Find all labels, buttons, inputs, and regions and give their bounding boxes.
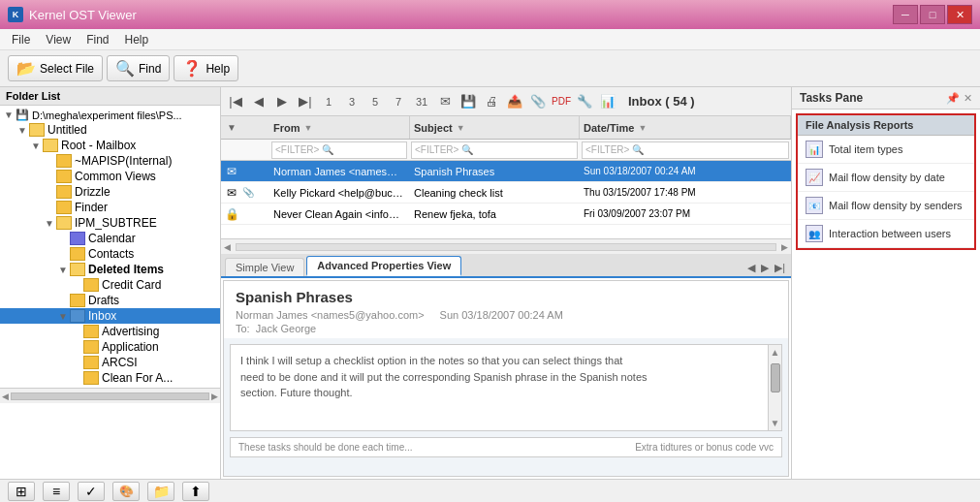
icon-btn-1[interactable]: 1 — [318, 91, 339, 112]
status-btn-5[interactable]: 📁 — [147, 482, 174, 501]
status-btn-6[interactable]: ⬆ — [182, 482, 209, 501]
maximize-button[interactable]: □ — [920, 5, 945, 24]
tasks-pin-btn[interactable]: 📌 — [946, 92, 960, 105]
icon-btn-3[interactable]: 5 — [364, 91, 386, 112]
status-btn-4[interactable]: 🎨 — [112, 482, 140, 501]
email-list-hscroll[interactable]: ◀ ▶ — [221, 238, 791, 254]
preview-scrollbar[interactable]: ▲ ▼ — [768, 345, 781, 430]
tasks-item-interaction[interactable]: 👥 Interaction between users — [798, 220, 974, 248]
nav-first-btn[interactable]: |◀ — [225, 91, 246, 112]
nav-next-btn[interactable]: ▶ — [271, 91, 293, 112]
col-subject-dropdown[interactable]: ▼ — [457, 123, 465, 133]
filter-icon[interactable]: 🔧 — [574, 91, 595, 112]
tree-item-inbox[interactable]: ▼ Inbox — [0, 308, 220, 324]
tab-nav-end[interactable]: ▶| — [773, 260, 787, 276]
folder-icon-clean — [83, 371, 99, 385]
tab-advanced-properties[interactable]: Advanced Properties View — [306, 256, 461, 276]
hscroll-left[interactable]: ◀ — [221, 242, 234, 252]
close-button[interactable]: ✕ — [947, 5, 972, 24]
hscroll-right[interactable]: ▶ — [778, 242, 791, 252]
tab-nav-prev[interactable]: ◀ — [745, 260, 757, 276]
col-from-dropdown[interactable]: ▼ — [304, 123, 313, 133]
tree-item-untitled[interactable]: ▼ Untitled — [0, 122, 220, 138]
tree-item-mapi[interactable]: ~MAPISP(Internal) — [0, 153, 220, 169]
tab-simple-view[interactable]: Simple View — [225, 258, 304, 276]
label-drafts: Drafts — [88, 294, 119, 307]
email-datetime-2: Thu 03/15/2007 17:48 PM — [580, 187, 791, 198]
minimize-button[interactable]: ─ — [893, 5, 918, 24]
open-email-icon[interactable]: ✉ — [434, 91, 456, 112]
tree-item-application[interactable]: Application — [0, 339, 220, 355]
preview-body: I think I will setup a checklist option … — [231, 345, 781, 409]
tasks-item-density-date[interactable]: 📈 Mail flow density by date — [798, 164, 974, 192]
email-row[interactable]: ✉ Norman James <names@b... Spanish Phras… — [221, 161, 791, 182]
print-icon[interactable]: 🖨 — [481, 91, 502, 112]
nav-prev-btn[interactable]: ◀ — [248, 91, 269, 112]
save-icon[interactable]: 💾 — [458, 91, 479, 112]
tree-item-arcsi[interactable]: ARCSI — [0, 355, 220, 370]
hscroll-track[interactable] — [11, 392, 209, 400]
inbox-folder-icon — [70, 309, 85, 323]
tree-item-contacts[interactable]: Contacts — [0, 246, 220, 262]
filter-from-icon[interactable]: 🔍 — [322, 144, 333, 155]
label-credit-card: Credit Card — [102, 278, 161, 292]
menu-bar: File View Find Help — [0, 29, 980, 50]
tree-item-root-mailbox[interactable]: ▼ Root - Mailbox — [0, 138, 220, 153]
icon-btn-2[interactable]: 3 — [341, 91, 363, 112]
tree-item-drafts[interactable]: Drafts — [0, 293, 220, 308]
filter-datetime-input[interactable]: <FILTER> 🔍 — [582, 141, 789, 159]
filter-from-input[interactable]: <FILTER> 🔍 — [271, 141, 407, 159]
tasks-item-total[interactable]: 📊 Total item types — [798, 136, 974, 164]
find-button[interactable]: 🔍 Find — [107, 55, 170, 81]
icon-btn-4[interactable]: 7 — [388, 91, 409, 112]
col-header-subject[interactable]: Subject ▼ — [410, 116, 580, 139]
status-btn-2[interactable]: ≡ — [43, 482, 70, 501]
col-header-from[interactable]: From ▼ — [269, 116, 410, 139]
col-from-label: From — [273, 122, 300, 134]
hscroll-bar[interactable] — [236, 243, 776, 251]
menu-help[interactable]: Help — [116, 31, 156, 48]
col-header-datetime[interactable]: Date/Time ▼ — [580, 116, 791, 139]
tree-item-calendar[interactable]: Calendar — [0, 231, 220, 246]
tree-item-credit-card[interactable]: Credit Card — [0, 277, 220, 293]
label-clean-for: Clean For A... — [102, 371, 173, 385]
preview-scroll-down-btn[interactable]: ▼ — [769, 416, 782, 430]
attach-icon[interactable]: 📎 — [527, 91, 549, 112]
scroll-right-btn[interactable]: ▶ — [211, 392, 218, 401]
status-btn-3[interactable]: ✓ — [78, 482, 105, 501]
folder-hscroll[interactable]: ◀ ▶ — [0, 388, 220, 403]
export-icon[interactable]: 📤 — [504, 91, 525, 112]
tree-item-clean-for[interactable]: Clean For A... — [0, 370, 220, 386]
label-deleted: Deleted Items — [88, 263, 164, 276]
drive-icon: 💾 — [16, 109, 29, 121]
scroll-left-btn[interactable]: ◀ — [2, 392, 9, 401]
email-row[interactable]: ✉ 📎 Kelly Pickard <help@buck... Cleaning… — [221, 182, 791, 204]
tree-item-common-views[interactable]: Common Views — [0, 169, 220, 184]
tree-item-drizzle[interactable]: Drizzle — [0, 184, 220, 200]
tree-item-drive[interactable]: ▼ 💾 D:\megha\experiment files\PS... — [0, 108, 220, 122]
tree-item-finder[interactable]: Finder — [0, 200, 220, 215]
menu-view[interactable]: View — [38, 31, 79, 48]
select-file-button[interactable]: 📂 Select File — [8, 55, 103, 81]
filter-subject-icon[interactable]: 🔍 — [461, 144, 473, 155]
stats-icon[interactable]: 📊 — [597, 91, 618, 112]
nav-last-btn[interactable]: ▶| — [295, 91, 316, 112]
pdf-icon[interactable]: PDF — [551, 91, 572, 112]
help-button[interactable]: ❓ Help — [174, 55, 238, 81]
col-datetime-dropdown[interactable]: ▼ — [638, 123, 647, 133]
menu-file[interactable]: File — [4, 31, 38, 48]
filter-datetime-icon[interactable]: 🔍 — [632, 144, 644, 155]
filter-subject-input[interactable]: <FILTER> 🔍 — [411, 141, 578, 159]
tree-item-ipm[interactable]: ▼ IPM_SUBTREE — [0, 215, 220, 231]
tree-item-advertising[interactable]: Advertising — [0, 324, 220, 339]
preview-scroll-thumb[interactable] — [771, 363, 780, 392]
email-row[interactable]: 🔒 Never Clean Again <info@n... Renew fje… — [221, 204, 791, 225]
tasks-close-btn[interactable]: ✕ — [964, 92, 972, 105]
tab-nav-next[interactable]: ▶ — [759, 260, 771, 276]
icon-btn-5[interactable]: 31 — [411, 91, 432, 112]
tree-item-deleted[interactable]: ▼ Deleted Items — [0, 262, 220, 277]
preview-scroll-up-btn[interactable]: ▲ — [769, 345, 782, 360]
menu-find[interactable]: Find — [79, 31, 116, 48]
status-btn-1[interactable]: ⊞ — [8, 482, 35, 501]
tasks-item-density-senders[interactable]: 📧 Mail flow density by senders — [798, 192, 974, 220]
